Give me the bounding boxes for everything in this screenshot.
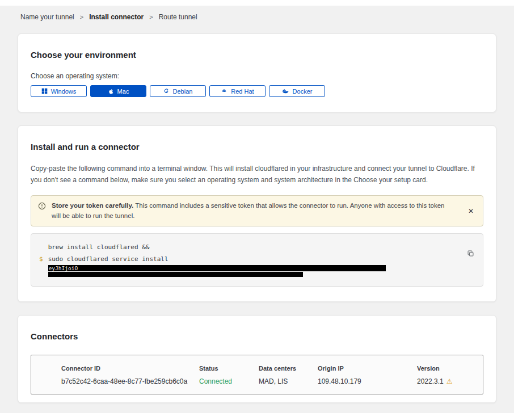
page: Name your tunnel > Install connector > R… (0, 0, 514, 420)
install-command-codeblock: $ brew install cloudflared && sudo cloud… (31, 233, 483, 287)
token-warning-banner: Store your token carefully. This command… (31, 195, 483, 227)
os-button-label: Mac (117, 88, 129, 95)
breadcrumb-separator: > (80, 14, 83, 20)
environment-card-title: Choose your environment (31, 50, 483, 60)
breadcrumb-separator: > (149, 14, 153, 20)
install-description: Copy-paste the following command into a … (31, 163, 483, 186)
os-button-group: Windows Mac Debian Red Hat (31, 85, 483, 97)
redacted-token-line-1: eyJhIjoiO (48, 265, 386, 271)
copy-command-button[interactable] (466, 249, 475, 260)
alert-circle-icon (38, 202, 46, 213)
os-button-mac[interactable]: Mac (90, 85, 146, 97)
redacted-token-line-2 (48, 272, 303, 277)
command-lines: brew install cloudflared && sudo cloudfl… (48, 241, 457, 277)
apple-logo-icon (108, 88, 114, 95)
os-button-label: Debian (173, 88, 193, 95)
bottom-edge-strip (0, 413, 514, 420)
debian-logo-icon (163, 88, 170, 94)
column-header-connector-id: Connector ID (61, 365, 199, 372)
column-header-origin-ip: Origin IP (318, 365, 417, 372)
os-button-label: Red Hat (231, 88, 254, 95)
os-button-label: Docker (293, 88, 313, 95)
top-edge-strip (0, 0, 514, 6)
column-header-version: Version (417, 365, 477, 372)
breadcrumb: Name your tunnel > Install connector > R… (0, 6, 514, 33)
environment-card: Choose your environment Choose an operat… (18, 33, 496, 112)
cell-connector-id: b7c52c42-6caa-48ee-8c77-fbe259cb6c0a (61, 377, 199, 385)
cell-origin-ip: 109.48.10.179 (318, 377, 417, 385)
command-line-1: brew install cloudflared && (48, 241, 457, 253)
command-line-2: sudo cloudflared service install (48, 253, 457, 265)
column-header-data-centers: Data centers (259, 365, 318, 372)
cell-version: 2022.3.1 ⚠ (417, 377, 477, 385)
breadcrumb-route-tunnel[interactable]: Route tunnel (159, 13, 197, 21)
token-warning-title: Store your token carefully. (52, 202, 133, 209)
os-select-label: Choose an operating system: (31, 72, 483, 80)
os-button-redhat[interactable]: Red Hat (209, 85, 266, 97)
install-card-title: Install and run a connector (31, 142, 483, 152)
column-header-status: Status (199, 365, 259, 372)
terminal-prompt: $ (39, 253, 43, 277)
version-value: 2022.3.1 (417, 377, 444, 385)
token-warning-text: Store your token carefully. This command… (52, 201, 460, 221)
install-connector-card: Install and run a connector Copy-paste t… (18, 125, 496, 302)
os-button-debian[interactable]: Debian (150, 85, 206, 97)
breadcrumb-name-your-tunnel[interactable]: Name your tunnel (20, 13, 74, 21)
redhat-logo-icon (221, 88, 227, 94)
version-warning-icon: ⚠ (446, 377, 453, 385)
warning-close-button[interactable]: ✕ (466, 207, 476, 216)
cell-data-centers: MAD, LIS (259, 377, 318, 385)
windows-logo-icon (41, 88, 48, 94)
os-button-label: Windows (51, 88, 77, 95)
os-button-windows[interactable]: Windows (31, 85, 87, 97)
docker-logo-icon (282, 88, 289, 94)
connectors-card-title: Connectors (31, 331, 483, 341)
cell-status: Connected (199, 377, 259, 385)
connectors-card: Connectors Connector ID Status Data cent… (18, 315, 496, 403)
copy-icon (467, 250, 474, 259)
connectors-table: Connector ID Status Data centers Origin … (31, 355, 483, 394)
os-button-docker[interactable]: Docker (269, 85, 325, 97)
breadcrumb-install-connector[interactable]: Install connector (89, 13, 144, 21)
